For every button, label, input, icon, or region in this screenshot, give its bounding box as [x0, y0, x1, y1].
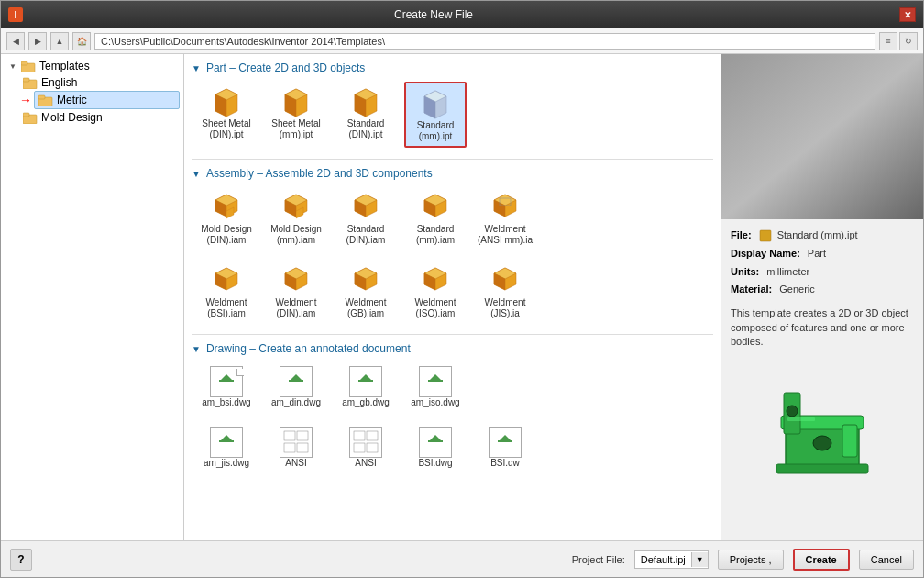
help-button[interactable]: ?: [10, 549, 32, 571]
address-path[interactable]: C:\Users\Public\Documents\Autodesk\Inven…: [94, 33, 875, 50]
projects-button[interactable]: Projects ,: [718, 550, 784, 570]
dwg-icon: [280, 366, 313, 397]
svg-marker-56: [291, 374, 302, 380]
file-item-bsi2-dwg[interactable]: BSI.dw: [474, 423, 536, 472]
file-item-mold-mm-iam[interactable]: Mold Design (mm).iam: [265, 187, 327, 250]
units-row: Units: millimeter: [731, 263, 914, 282]
file-label-ansi2-idw: ANSI: [355, 458, 376, 469]
iam-icon-weld: [487, 191, 523, 224]
file-item-bsi-dwg[interactable]: BSI.dwg: [404, 423, 467, 472]
file-item-am-iso-dwg[interactable]: am_iso.dwg: [404, 362, 467, 412]
svg-rect-5: [38, 95, 45, 99]
file-item-sheet-metal-mm[interactable]: Sheet Metal (mm).ipt: [265, 82, 327, 148]
part-toggle-icon[interactable]: ▼: [192, 63, 201, 73]
drawing-section-header: ▼ Drawing – Create an annotated document: [192, 342, 713, 355]
refresh-button[interactable]: ↻: [899, 32, 918, 50]
svg-rect-66: [297, 443, 308, 452]
iam-icon: [487, 264, 523, 297]
file-label-key: File:: [731, 227, 752, 245]
tree-children: English → Metric: [19, 74, 180, 126]
file-item-ansi2-idw[interactable]: ANSI: [335, 423, 397, 472]
3d-part-preview: [758, 374, 886, 503]
assembly-toggle-icon[interactable]: ▼: [192, 169, 201, 179]
file-item-standard-din[interactable]: Standard (DIN).ipt: [335, 82, 397, 148]
svg-rect-69: [354, 443, 365, 452]
file-item-sheet-metal-din[interactable]: Sheet Metal (DIN).ipt: [195, 82, 258, 148]
drawing-file-grid-2: am_jis.dwg ANSI: [192, 423, 713, 472]
file-item-weldment-din-iam[interactable]: Weldment (DIN).iam: [265, 261, 327, 323]
file-label-mold-mm-iam: Mold Design (mm).iam: [269, 224, 324, 246]
part-file-grid: Sheet Metal (DIN).ipt Sheet Metal (mm).i…: [192, 82, 713, 148]
file-item-weldment-iso-iam[interactable]: Weldment (ISO).iam: [404, 261, 467, 323]
file-label-weldment-iso-iam: Weldment (ISO).iam: [408, 297, 463, 319]
file-row: File: Standard (mm).ipt: [731, 227, 914, 245]
file-label-weldment-jis-iam: Weldment (JIS).ia: [478, 297, 533, 319]
file-label-am-jis-dwg: am_jis.dwg: [204, 458, 249, 469]
file-panel: ▼ Part – Create 2D and 3D objects Sheet …: [184, 54, 721, 540]
tree-root[interactable]: ▼ Templates: [5, 58, 180, 74]
cancel-button[interactable]: Cancel: [859, 550, 914, 570]
title-bar: I Create New File ✕: [1, 1, 923, 28]
view-options-button[interactable]: ≡: [879, 32, 897, 50]
ipt-icon: [278, 85, 314, 118]
up-button[interactable]: ▲: [50, 32, 69, 50]
svg-rect-67: [354, 431, 365, 440]
project-file-label: Project File:: [572, 554, 625, 565]
iam-icon: [278, 191, 314, 224]
units-value: millimeter: [766, 263, 809, 282]
svg-rect-65: [284, 443, 295, 452]
sidebar-item-metric[interactable]: Metric: [34, 91, 180, 109]
sidebar-item-english[interactable]: English: [19, 74, 180, 91]
expand-arrow: ▼: [8, 61, 17, 71]
file-item-weldment-bsi-iam[interactable]: Weldment (BSI).iam: [195, 261, 258, 323]
preview-3d: [749, 365, 896, 512]
svg-rect-84: [787, 417, 815, 421]
file-item-weldment-jis-iam[interactable]: Weldment (JIS).ia: [474, 261, 536, 323]
svg-marker-74: [500, 435, 511, 440]
selection-arrow-icon: →: [19, 93, 32, 107]
dropdown-arrow-icon[interactable]: ▼: [691, 552, 708, 567]
svg-rect-64: [297, 431, 308, 440]
project-file-dropdown[interactable]: Default.ipj ▼: [634, 550, 709, 569]
home-button[interactable]: 🏠: [72, 32, 91, 50]
iam-icon: [208, 191, 245, 224]
tree-panel: ▼ Templates English: [1, 54, 184, 540]
svg-rect-75: [721, 54, 923, 219]
create-button[interactable]: Create: [793, 549, 850, 571]
dwg-icon: [489, 427, 522, 458]
dwg-icon: [349, 366, 382, 397]
file-label-bsi2-dwg: BSI.dw: [490, 458, 520, 469]
file-item-am-din-dwg[interactable]: am_din.dwg: [265, 362, 327, 412]
drawing-toggle-icon[interactable]: ▼: [192, 344, 201, 354]
file-item-standard-din-iam[interactable]: Standard (DIN).iam: [335, 187, 397, 250]
iam-icon: [417, 264, 454, 297]
svg-marker-54: [221, 374, 232, 380]
file-item-standard-mm-iam[interactable]: Standard (mm).iam: [404, 187, 467, 250]
back-button[interactable]: ◀: [6, 32, 25, 50]
file-item-am-jis-dwg[interactable]: am_jis.dwg: [195, 423, 258, 472]
file-item-am-bsi-dwg[interactable]: am_bsi.dwg: [195, 362, 258, 412]
close-button[interactable]: ✕: [899, 7, 916, 22]
file-label-sheet-metal-mm: Sheet Metal (mm).ipt: [269, 118, 324, 140]
iam-icon: [347, 191, 384, 224]
svg-rect-3: [23, 78, 29, 82]
preview-bg: [721, 54, 923, 219]
forward-button[interactable]: ▶: [28, 32, 47, 50]
sidebar-item-mold[interactable]: Mold Design: [19, 109, 180, 126]
file-item-mold-din-iam[interactable]: Mold Design (DIN).iam: [195, 187, 258, 250]
svg-rect-59: [428, 380, 443, 382]
file-type-icon: [759, 229, 772, 242]
file-item-weldment-gb-iam[interactable]: Weldment (GB).iam: [335, 261, 397, 323]
file-item-standard-mm[interactable]: Standard (mm).ipt: [404, 82, 467, 148]
dwg-sheet-icon: [349, 427, 382, 458]
iam-icon: [278, 264, 314, 297]
file-item-am-gb-dwg[interactable]: am_gb.dwg: [335, 362, 397, 412]
file-item-weldment-ansi-iam[interactable]: Weldment (ANSI mm).ia: [474, 187, 536, 250]
preview-info: File: Standard (mm).ipt Display Name: Pa…: [721, 219, 923, 306]
ipt-icon: [347, 85, 384, 118]
file-name-value: Standard (mm).ipt: [777, 227, 858, 245]
drawing-section-title: Drawing – Create an annotated document: [206, 342, 411, 355]
file-item-ansi-idw[interactable]: ANSI: [265, 423, 327, 472]
file-label-am-bsi-dwg: am_bsi.dwg: [202, 397, 250, 408]
folder-icon: [21, 61, 36, 72]
